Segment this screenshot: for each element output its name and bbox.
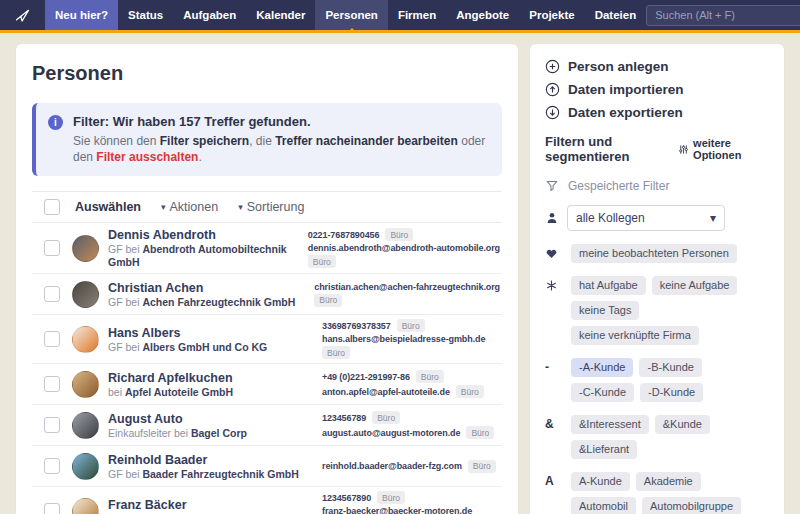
nav-items: Neu hier?StatusAufgabenKalenderPersonenF… (45, 0, 646, 30)
office-badge: Büro (377, 491, 405, 504)
contact-value[interactable]: anton.apfel@apfel-autoteile.de (322, 387, 450, 397)
avatar[interactable] (72, 281, 99, 308)
nav-item-projekte[interactable]: Projekte (519, 0, 584, 30)
filter-tag-c-kunde[interactable]: -C-Kunde (571, 383, 634, 402)
row-checkbox[interactable] (44, 417, 60, 433)
row-checkbox[interactable] (44, 240, 60, 256)
person-name-link[interactable]: Franz Bäcker (108, 497, 322, 513)
role-prefix: GF bei (108, 341, 142, 353)
sort-dropdown[interactable]: ▾Sortierung (238, 200, 304, 214)
collegues-filter-row: alle Kollegen ▾ (545, 205, 769, 231)
select-all-checkbox[interactable] (44, 199, 60, 215)
collegues-select-value: alle Kollegen (576, 211, 645, 225)
filter-tag-automobil[interactable]: Automobil (571, 497, 636, 514)
people-list-card: Personen i Filter: Wir haben 157 Treffer… (16, 44, 518, 514)
company-link[interactable]: Bagel Corp (191, 427, 247, 439)
person-name-link[interactable]: Dennis Abendroth (108, 227, 308, 243)
company-link[interactable]: Apfel Autoteile GmbH (125, 386, 233, 398)
row-checkbox[interactable] (44, 503, 60, 514)
avatar[interactable] (72, 235, 99, 262)
contact-value[interactable]: hans.albers@beispieladresse-gmbh.de (322, 334, 485, 344)
office-badge: Büro (322, 346, 350, 359)
filter-tag-interessent[interactable]: &Interessent (571, 415, 649, 434)
sort-label: Sortierung (247, 200, 305, 214)
nav-item-angebote[interactable]: Angebote (446, 0, 519, 30)
sidebar-action-person-anlegen[interactable]: Person anlegen (545, 56, 769, 76)
person-name-link[interactable]: Christian Achen (108, 280, 314, 296)
filter-tag-d-kunde[interactable]: -D-Kunde (640, 383, 703, 402)
saved-filters-label: Gespeicherte Filter (568, 179, 669, 193)
sidebar-card: Person anlegenDaten importierenDaten exp… (530, 44, 784, 514)
contact-value[interactable]: 33698769378357 (322, 321, 391, 331)
nav-item-neu-hier[interactable]: Neu hier? (45, 0, 118, 30)
filter-tag-b-kunde[interactable]: -B-Kunde (639, 358, 701, 377)
contact-value[interactable]: 1234567890 (322, 493, 371, 503)
funnel-icon (545, 179, 559, 193)
contact-value[interactable]: reinhold.baader@baader-fzg.com (322, 461, 462, 471)
app-logo[interactable] (0, 0, 45, 30)
person-name-link[interactable]: Hans Albers (108, 325, 322, 341)
avatar[interactable] (72, 412, 99, 439)
avatar[interactable] (72, 453, 99, 480)
search-input[interactable] (646, 5, 800, 26)
sidebar-action-daten-importieren[interactable]: Daten importieren (545, 79, 769, 99)
tag-group: AA-KundeAkademieAutomobilAutomobilgruppe (545, 472, 769, 514)
nav-item-personen[interactable]: Personen (315, 0, 387, 30)
contact-block: 123456789Büroaugust.auto@august-motoren.… (322, 411, 502, 439)
filter-tag-akademie[interactable]: Akademie (636, 472, 701, 491)
contact-value[interactable]: august.auto@august-motoren.de (322, 428, 460, 438)
contact-value[interactable]: dennis.abendroth@abendroth-automobile.or… (308, 243, 500, 253)
select-all-label[interactable]: Auswählen (75, 200, 141, 214)
contact-value[interactable]: 0221-7687890456 (308, 230, 380, 240)
contact-value[interactable]: franz-baecker@baecker-motoren.de (322, 506, 472, 514)
filter-tag-lieferant[interactable]: &Lieferant (571, 440, 637, 459)
company-link[interactable]: Achen Fahrzeugtechnik GmbH (142, 296, 295, 308)
nav-item-status[interactable]: Status (118, 0, 173, 30)
person-name-link[interactable]: Reinhold Baader (108, 452, 322, 468)
person-role: GF bei Achen Fahrzeugtechnik GmbH (108, 296, 314, 309)
contact-value[interactable]: +49 (0)221-291997-86 (322, 372, 410, 382)
filter-tag-keine-verknüpfte-firma[interactable]: keine verknüpfte Firma (571, 326, 699, 345)
person-name-link[interactable]: August Auto (108, 411, 322, 427)
filter-tag-keine-aufgabe[interactable]: keine Aufgabe (652, 276, 738, 295)
avatar[interactable] (72, 498, 99, 514)
person-row: August AutoEinkaufsleiter bei Bagel Corp… (32, 405, 502, 446)
nav-item-aufgaben[interactable]: Aufgaben (173, 0, 246, 30)
actions-label: Aktionen (170, 200, 219, 214)
filter-tag-meine-beobachteten-personen[interactable]: meine beobachteten Personen (571, 244, 737, 263)
filter-tag-kunde[interactable]: &Kunde (655, 415, 710, 434)
avatar[interactable] (72, 326, 99, 353)
row-checkbox[interactable] (44, 376, 60, 392)
row-checkbox[interactable] (44, 331, 60, 347)
save-filter-link[interactable]: Filter speichern (160, 134, 249, 148)
nav-item-dateien[interactable]: Dateien (585, 0, 647, 30)
row-checkbox[interactable] (44, 458, 60, 474)
company-link[interactable]: Albers GmbH und Co KG (142, 341, 267, 353)
avatar[interactable] (72, 371, 99, 398)
more-options-link[interactable]: weitere Optionen (678, 137, 769, 161)
person-role: GF bei Baader Fahrzeugtechnik GmbH (108, 468, 322, 481)
person-name-link[interactable]: Richard Apfelkuchen (108, 370, 322, 386)
filter-tag-automobilgruppe[interactable]: Automobilgruppe (642, 497, 741, 514)
filter-tag-a-kunde[interactable]: A-Kunde (571, 472, 630, 491)
nav-item-firmen[interactable]: Firmen (388, 0, 446, 30)
saved-filters-link[interactable]: Gespeicherte Filter (545, 179, 769, 193)
arrow-down-circle-icon (545, 105, 560, 120)
filter-tag-keine-tags[interactable]: keine Tags (571, 301, 639, 320)
contact-value[interactable]: christian.achen@achen-fahrzeugtechnik.or… (314, 282, 500, 292)
role-prefix: GF bei (108, 296, 142, 308)
row-checkbox[interactable] (44, 286, 60, 302)
actions-dropdown[interactable]: ▾Aktionen (161, 200, 218, 214)
company-link[interactable]: Baader Fahrzeugtechnik GmbH (142, 468, 298, 480)
filter-tag-hat-aufgabe[interactable]: hat Aufgabe (571, 276, 646, 295)
filter-off-link[interactable]: Filter ausschalten (96, 150, 198, 164)
person-row: Franz BäckerGF bei Bäcker Motoren GmbH12… (32, 487, 502, 514)
contact-value[interactable]: 123456789 (322, 413, 366, 423)
nav-item-kalender[interactable]: Kalender (246, 0, 315, 30)
sidebar-action-daten-exportieren[interactable]: Daten exportieren (545, 102, 769, 122)
filter-tag-a-kunde[interactable]: -A-Kunde (571, 358, 633, 377)
edit-results-link[interactable]: Treffer nacheinander bearbeiten (275, 134, 458, 148)
collegues-select[interactable]: alle Kollegen ▾ (567, 205, 725, 231)
person-row: Reinhold BaaderGF bei Baader Fahrzeugtec… (32, 446, 502, 487)
contact-block: 33698769378357Bürohans.albers@beispielad… (322, 319, 502, 359)
